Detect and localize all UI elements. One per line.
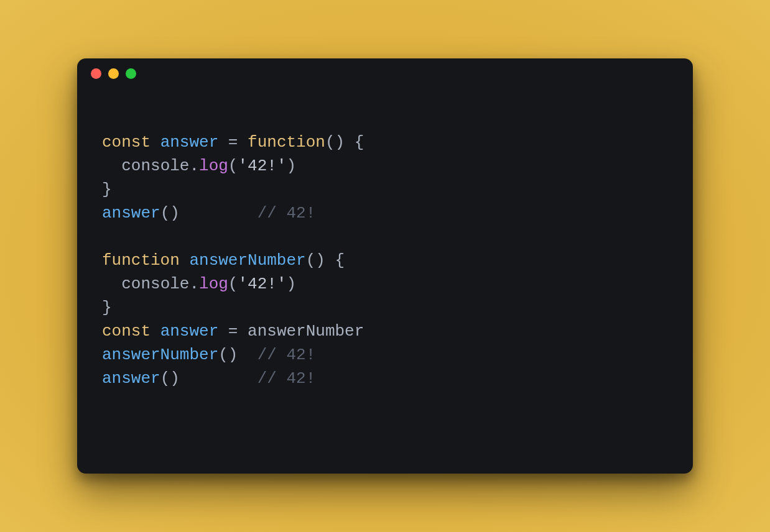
code-token: log	[199, 275, 228, 293]
code-token	[238, 322, 248, 341]
code-token: console	[121, 275, 189, 293]
code-line: }	[102, 296, 668, 319]
code-token	[218, 322, 228, 341]
window-titlebar	[77, 58, 693, 88]
code-token: console	[121, 157, 189, 175]
code-window: const answer = function() { console.log(…	[77, 58, 693, 474]
code-token: =	[228, 133, 238, 152]
code-token: =	[228, 322, 238, 341]
close-icon[interactable]	[91, 68, 101, 79]
code-token	[151, 322, 160, 341]
code-token: // 42!	[257, 204, 316, 222]
code-line: answer() // 42!	[102, 367, 668, 390]
code-token: ()	[160, 204, 180, 222]
code-line: answer() // 42!	[102, 201, 668, 225]
code-line: function answerNumber() {	[102, 249, 668, 272]
code-token: answerNumber	[248, 322, 364, 341]
code-token: log	[199, 157, 228, 175]
code-token: ()	[218, 346, 238, 364]
code-token	[180, 204, 257, 222]
code-token	[345, 133, 355, 152]
code-token	[238, 346, 257, 364]
code-token: )	[286, 275, 296, 293]
code-token: }	[102, 298, 112, 317]
code-token: function	[102, 251, 180, 270]
code-token: function	[248, 133, 325, 152]
code-token: {	[335, 251, 345, 270]
code-token: answer	[102, 369, 160, 388]
code-token	[151, 133, 160, 152]
code-line: answerNumber() // 42!	[102, 343, 668, 367]
code-line: console.log('42!')	[102, 272, 668, 296]
code-token: ()	[325, 133, 345, 152]
code-line: const answer = function() {	[102, 131, 668, 154]
code-token: const	[102, 133, 151, 152]
code-token: {	[355, 133, 364, 152]
zoom-icon[interactable]	[126, 68, 136, 79]
code-block: const answer = function() { console.log(…	[77, 88, 693, 474]
code-token	[238, 133, 248, 152]
code-token: )	[286, 157, 296, 175]
code-token	[218, 133, 228, 152]
code-line	[102, 225, 668, 249]
code-token: answer	[102, 204, 160, 222]
code-token: answerNumber	[102, 346, 218, 364]
code-token: // 42!	[257, 369, 316, 388]
code-token: .	[189, 275, 199, 293]
code-token: answerNumber	[189, 251, 305, 270]
code-line: }	[102, 178, 668, 201]
code-token: '42!'	[238, 275, 286, 293]
code-line: console.log('42!')	[102, 154, 668, 178]
code-token: // 42!	[257, 346, 316, 364]
code-token: ()	[306, 251, 325, 270]
code-token: '42!'	[238, 157, 286, 175]
code-token: }	[102, 180, 112, 199]
code-token: answer	[160, 322, 219, 341]
code-token	[325, 251, 335, 270]
code-token: (	[228, 157, 238, 175]
minimize-icon[interactable]	[108, 68, 119, 79]
code-token	[102, 157, 121, 175]
code-token	[102, 275, 121, 293]
code-token: const	[102, 322, 151, 341]
code-line: const answer = answerNumber	[102, 319, 668, 343]
code-token: answer	[160, 133, 219, 152]
code-token: .	[189, 157, 199, 175]
code-token	[180, 251, 190, 270]
code-token: (	[228, 275, 238, 293]
code-token	[180, 369, 257, 388]
code-token: ()	[160, 369, 180, 388]
